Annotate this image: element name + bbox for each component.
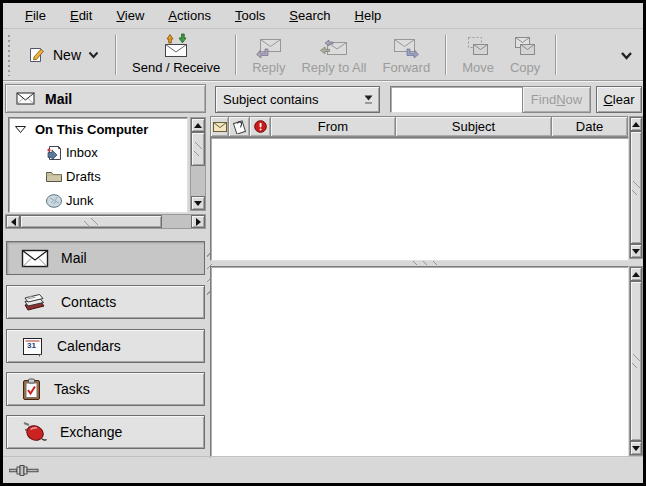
reply-to-all-icon [319, 38, 349, 58]
send-receive-icon [162, 33, 190, 58]
copy-button: Copy [502, 33, 548, 77]
menu-actions[interactable]: Actions [158, 5, 221, 26]
scroll-down-arrow[interactable] [630, 244, 642, 258]
scrollbar-thumb[interactable] [630, 131, 642, 244]
preview-vertical-scrollbar[interactable] [629, 266, 643, 456]
sidebar: Mail On This Computer Inbox [3, 82, 208, 456]
folder-pane-title: Mail [45, 91, 72, 107]
scroll-left-arrow[interactable] [6, 215, 20, 228]
find-now-button: Find Now [522, 86, 591, 113]
reply-to-all-button: Reply to All [293, 33, 374, 77]
preview-pane-splitter[interactable] [210, 260, 643, 265]
message-list: From Subject Date [210, 116, 643, 259]
scrollbar-thumb[interactable] [630, 281, 642, 441]
switcher-calendars-button[interactable]: 31 Calendars [6, 329, 205, 363]
thumb-grip [194, 142, 202, 156]
splitter-grip [412, 261, 442, 265]
column-attachment[interactable] [228, 116, 250, 137]
scrollbar-track[interactable] [630, 131, 642, 244]
toolbar-separator [555, 35, 557, 75]
scroll-up-arrow[interactable] [630, 117, 642, 131]
toolbar-separator [445, 35, 447, 75]
move-icon [465, 36, 491, 58]
menu-search[interactable]: Search [279, 5, 340, 26]
new-button[interactable]: New [19, 40, 108, 70]
column-message-status[interactable] [210, 116, 229, 137]
menu-help[interactable]: Help [345, 5, 392, 26]
scrollbar-thumb[interactable] [20, 215, 162, 228]
column-priority[interactable] [249, 116, 271, 137]
dropdown-arrow-icon [357, 95, 379, 104]
mail-icon [21, 249, 49, 268]
toolbar-drag-handle[interactable] [7, 34, 13, 76]
contacts-icon [21, 291, 49, 313]
folder-pane-header: Mail [5, 84, 206, 113]
scrollbar-thumb[interactable] [191, 132, 205, 166]
menubar: File Edit View Actions Tools Search Help [3, 3, 643, 29]
scroll-right-arrow[interactable] [191, 215, 205, 228]
toolbar-separator [115, 35, 117, 75]
switcher-contacts-button[interactable]: Contacts [6, 285, 205, 319]
thumb-grip [632, 181, 640, 195]
toolbar-separator [235, 35, 237, 75]
scrollbar-track[interactable] [191, 132, 205, 196]
calendar-day-text: 31 [27, 341, 36, 350]
search-input[interactable] [390, 86, 529, 113]
evolution-window: File Edit View Actions Tools Search Help… [3, 3, 643, 483]
scroll-up-arrow[interactable] [191, 118, 205, 132]
scroll-down-arrow[interactable] [630, 441, 642, 455]
folder-tree-horizontal-scrollbar[interactable] [5, 214, 206, 229]
send-receive-button[interactable]: Send / Receive [124, 33, 228, 77]
column-from[interactable]: From [270, 116, 396, 137]
tree-item-junk[interactable]: Junk [9, 188, 187, 212]
exchange-icon [21, 421, 48, 444]
junk-icon [45, 193, 63, 208]
folder-tree-vertical-scrollbar[interactable] [190, 117, 206, 211]
preview-pane [210, 266, 643, 456]
search-filter-dropdown[interactable]: Subject contains [215, 86, 380, 113]
preview-pane-body[interactable] [210, 266, 629, 458]
message-list-headers: From Subject Date [210, 116, 627, 137]
message-list-body[interactable] [210, 137, 629, 261]
offline-connector-icon[interactable] [9, 464, 41, 477]
calendar-icon: 31 [21, 336, 45, 357]
tree-item-inbox[interactable]: Inbox [9, 140, 187, 164]
mail-view: Subject contains Find Now Clear [210, 82, 643, 456]
tree-item-on-this-computer[interactable]: On This Computer [9, 118, 187, 140]
column-date[interactable]: Date [551, 116, 628, 137]
forward-icon [392, 38, 420, 58]
reply-button: Reply [244, 33, 293, 77]
copy-icon [512, 36, 538, 58]
menu-edit[interactable]: Edit [60, 5, 102, 26]
envelope-icon [16, 92, 35, 105]
search-bar: Subject contains Find Now Clear [210, 82, 643, 116]
menu-view[interactable]: View [106, 5, 154, 26]
column-subject[interactable]: Subject [395, 116, 552, 137]
move-button: Move [454, 33, 502, 77]
inbox-icon [45, 144, 63, 161]
attachment-icon [232, 120, 247, 134]
thumb-grip [632, 354, 640, 368]
tasks-icon [21, 378, 42, 401]
menu-file[interactable]: File [15, 5, 56, 26]
switcher-mail-button[interactable]: Mail [6, 241, 205, 275]
scroll-down-arrow[interactable] [191, 196, 205, 210]
folder-tree[interactable]: On This Computer Inbox Drafts [8, 117, 188, 213]
chevron-down-icon [88, 51, 99, 59]
priority-icon [254, 120, 267, 133]
statusbar [3, 456, 643, 483]
scrollbar-track[interactable] [630, 281, 642, 441]
tree-item-drafts[interactable]: Drafts [9, 164, 187, 188]
switcher-tasks-button[interactable]: Tasks [6, 372, 205, 406]
scroll-up-arrow[interactable] [630, 267, 642, 281]
message-list-vertical-scrollbar[interactable] [629, 116, 643, 259]
expander-triangle-icon[interactable] [14, 125, 27, 134]
clear-button[interactable]: Clear [596, 86, 642, 113]
toolbar: New Send / Receive [3, 30, 643, 81]
switcher-exchange-button[interactable]: Exchange [6, 415, 205, 449]
forward-button: Forward [374, 33, 438, 77]
folder-icon [45, 169, 63, 183]
scrollbar-track[interactable] [20, 215, 191, 228]
toolbar-overflow-chevron-icon[interactable] [620, 51, 633, 60]
menu-tools[interactable]: Tools [225, 5, 275, 26]
